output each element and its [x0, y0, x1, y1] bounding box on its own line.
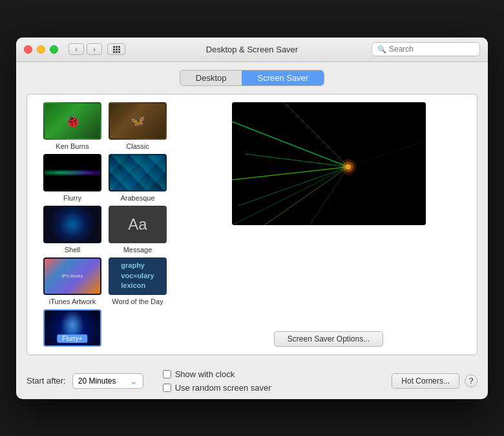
- tab-desktop[interactable]: Desktop: [180, 71, 242, 85]
- dropdown-value: 20 Minutes: [78, 376, 116, 386]
- close-button[interactable]: [24, 45, 32, 54]
- svg-rect-0: [232, 102, 426, 225]
- show-with-clock-row: Show with clock: [163, 369, 271, 379]
- window-title: Desktop & Screen Saver: [206, 45, 298, 54]
- forward-button[interactable]: ›: [87, 43, 102, 55]
- list-item[interactable]: Flurry: [42, 154, 103, 202]
- list-item[interactable]: Arabesque: [107, 154, 169, 202]
- start-after-label: Start after:: [26, 376, 66, 386]
- screensaver-thumbnail: [43, 257, 101, 295]
- list-item[interactable]: Shell: [42, 206, 103, 254]
- preview-screen: [232, 102, 426, 225]
- flurryplus-label: Flurry+: [57, 334, 87, 343]
- hot-corners-button[interactable]: Hot Corners...: [392, 373, 459, 389]
- screensaver-thumbnail: [109, 257, 167, 295]
- grid-icon: [113, 46, 120, 53]
- screensaver-grid: Ken Burns Classic Flurry: [39, 100, 171, 349]
- main-content: Ken Burns Classic Flurry: [26, 94, 478, 355]
- list-item[interactable]: Aa Message: [107, 206, 169, 254]
- content-area: Desktop Screen Saver Ken Burns Classic: [16, 62, 488, 363]
- screensaver-thumbnail: [109, 154, 167, 191]
- checkboxes: Show with clock Use random screen saver: [163, 369, 271, 393]
- minimize-button[interactable]: [37, 45, 45, 54]
- search-box[interactable]: 🔍: [372, 42, 480, 56]
- screensaver-label: Classic: [126, 142, 149, 150]
- list-item[interactable]: Word of the Day: [107, 257, 169, 305]
- screensaver-label: Arabesque: [120, 194, 154, 202]
- screensaver-thumbnail: [43, 206, 101, 243]
- list-item[interactable]: iTunes Artwork: [42, 257, 103, 305]
- tab-group: Desktop Screen Saver: [180, 70, 324, 86]
- message-preview-text: Aa: [128, 215, 147, 234]
- grid-button[interactable]: [107, 43, 125, 55]
- screensaver-label: iTunes Artwork: [49, 298, 96, 305]
- bottom-bar: Start after: 20 Minutes ⌄ Show with cloc…: [16, 363, 488, 399]
- search-icon: 🔍: [377, 45, 386, 54]
- use-random-checkbox[interactable]: [163, 384, 171, 392]
- screen-saver-options-button[interactable]: Screen Saver Options...: [274, 331, 383, 347]
- screensaver-label: Ken Burns: [56, 142, 89, 150]
- use-random-row: Use random screen saver: [163, 383, 271, 393]
- screensaver-thumbnail: Flurry+: [43, 309, 101, 347]
- maximize-button[interactable]: [50, 45, 58, 54]
- screensaver-thumbnail: [43, 154, 101, 191]
- screensaver-thumbnail: [43, 102, 101, 140]
- nav-buttons: ‹ ›: [68, 43, 102, 55]
- help-button[interactable]: ?: [465, 375, 478, 387]
- titlebar: ‹ › Desktop & Screen Saver 🔍: [16, 38, 488, 62]
- screensaver-label: Word of the Day: [112, 298, 163, 305]
- search-input[interactable]: [389, 45, 474, 54]
- tab-bar: Desktop Screen Saver: [26, 70, 478, 86]
- preview-area: Screen Saver Options...: [185, 100, 472, 349]
- screensaver-label: Message: [123, 246, 152, 254]
- list-item[interactable]: Flurry+: [42, 309, 103, 347]
- screensaver-thumbnail: Aa: [109, 206, 167, 243]
- show-with-clock-checkbox[interactable]: [163, 370, 171, 378]
- use-random-label: Use random screen saver: [175, 383, 271, 393]
- screensaver-label: Flurry: [63, 194, 81, 202]
- start-after-dropdown[interactable]: 20 Minutes ⌄: [72, 373, 143, 389]
- main-window: ‹ › Desktop & Screen Saver 🔍 Desktop Scr…: [16, 38, 488, 399]
- tab-screensaver[interactable]: Screen Saver: [242, 71, 324, 85]
- screensaver-thumbnail: [109, 102, 167, 140]
- chevron-down-icon: ⌄: [130, 376, 138, 386]
- list-item[interactable]: Classic: [107, 102, 169, 150]
- right-buttons: Hot Corners... ?: [392, 373, 478, 389]
- back-button[interactable]: ‹: [68, 43, 84, 55]
- list-item[interactable]: Ken Burns: [42, 102, 103, 150]
- traffic-lights: [24, 45, 58, 54]
- screensaver-list: Ken Burns Classic Flurry: [32, 100, 178, 349]
- laser-preview: [232, 102, 426, 225]
- show-with-clock-label: Show with clock: [175, 369, 235, 379]
- screensaver-label: Shell: [65, 246, 80, 254]
